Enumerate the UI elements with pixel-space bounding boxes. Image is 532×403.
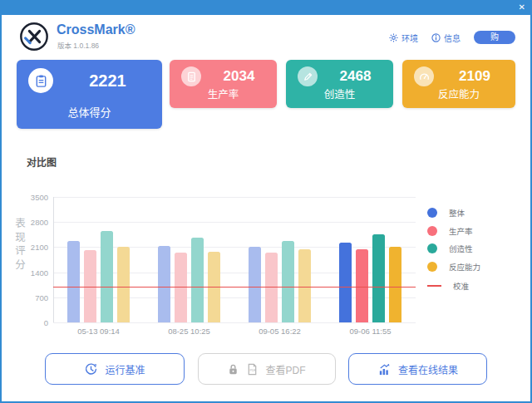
responsiveness-score-value: 2109 [434,68,515,85]
pencil-icon [298,66,318,86]
info-label: 信息 [444,32,461,44]
productivity-score-value: 2034 [201,68,277,85]
gridline [53,222,416,223]
score-card-overall: 2221 总体得分 [17,60,162,129]
y-tick-label: 1400 [23,268,48,278]
chart-bar [158,246,170,322]
chart-bar [339,243,352,322]
gear-icon [389,33,398,42]
app-title: CrossMark® [57,22,135,37]
chart-bar [101,231,113,322]
x-category-label: 09-05 16:22 [259,327,301,336]
chart-bar [372,234,385,322]
legend-label: 生产率 [449,225,473,237]
chart-bar [117,247,130,322]
legend-label: 校准 [453,280,469,292]
legend-label: 反应能力 [449,261,480,273]
chart-bar [282,241,294,322]
score-card-creativity: 2468 创造性 [286,60,393,108]
legend-item: 生产率 [427,225,473,237]
crossmark-logo-icon [18,21,50,52]
legend-label: 创造性 [449,243,473,254]
y-tick-label: 0 [23,318,48,327]
environment-label: 环境 [401,32,418,44]
buy-button[interactable]: 购 [474,31,515,44]
legend-dot-icon [427,262,437,272]
info-icon [431,33,441,42]
legend-item-calibration: 校准 [427,280,469,292]
responsiveness-score-label: 反应能力 [402,86,515,101]
close-icon[interactable]: ✕ [519,2,525,13]
gauge-icon [414,66,434,86]
chart-bar [191,238,204,322]
creativity-score-value: 2468 [318,68,393,85]
run-benchmark-label: 运行基准 [105,362,145,376]
chart-bar [67,241,80,322]
legend-label: 整体 [449,207,465,219]
legend-dot-icon [427,226,437,236]
svg-text:PDF: PDF [250,368,257,371]
legend-dot-icon [427,243,437,253]
title-bar: ✕ [0,0,532,15]
info-link[interactable]: 信息 [431,32,461,44]
x-category-label: 05-13 09:14 [77,327,120,336]
clipboard-icon [28,68,53,93]
overall-score-label: 总体得分 [17,104,162,120]
y-axis-line [53,197,54,322]
overall-score-value: 2221 [53,71,162,91]
view-online-results-button[interactable]: 查看在线结果 [348,353,487,385]
bar-chart-arrow-icon [377,362,392,376]
x-category-label: 08-25 10:25 [168,327,210,336]
y-tick-label: 3500 [23,193,48,202]
legend-line-icon [427,285,441,287]
chart-bar [249,247,261,322]
view-pdf-label: 查看PDF [265,362,305,376]
footer-actions: 运行基准 PDF 查看PDF [45,353,487,385]
x-category-label: 09-06 11:55 [349,327,391,336]
run-benchmark-button[interactable]: 运行基准 [45,353,185,385]
app-version: 版本 1.0.1.86 [57,40,99,50]
legend-item: 创造性 [427,243,473,254]
stopwatch-icon [84,362,98,376]
gridline [53,322,416,323]
productivity-score-label: 生产率 [170,86,277,101]
crossmark-window: ✕ CrossMark® 版本 1.0.1.86 环境 [0,0,532,403]
gridline [53,197,416,198]
chart-bar [389,247,401,322]
legend-item: 整体 [427,207,465,219]
y-tick-label: 700 [23,293,48,302]
score-card-responsiveness: 2109 反应能力 [402,60,515,108]
y-tick-label: 2100 [23,243,48,252]
pdf-file-icon: PDF [246,363,259,376]
legend-dot-icon [427,208,437,218]
environment-link[interactable]: 环境 [389,32,418,44]
legend-item: 反应能力 [427,261,480,273]
y-tick-label: 2800 [23,218,48,227]
chart-section-title: 对比图 [27,155,57,169]
view-online-results-label: 查看在线结果 [398,362,458,376]
document-icon [181,66,201,86]
score-card-productivity: 2034 生产率 [170,60,277,108]
calibration-line [53,287,416,288]
creativity-score-label: 创造性 [286,86,393,101]
lock-icon [227,363,239,376]
view-pdf-button[interactable]: PDF 查看PDF [198,353,336,385]
